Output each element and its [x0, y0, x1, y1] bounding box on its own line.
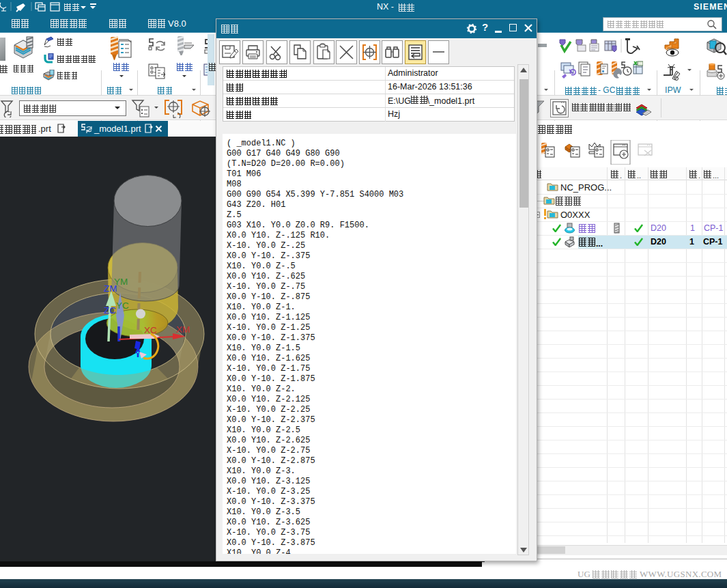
svg-text:ZC: ZC [104, 305, 116, 316]
svg-text:XM: XM [176, 324, 190, 335]
svg-text:YC: YC [116, 300, 129, 311]
svg-text:XC: XC [144, 325, 157, 335]
svg-text:ZM: ZM [104, 283, 117, 294]
